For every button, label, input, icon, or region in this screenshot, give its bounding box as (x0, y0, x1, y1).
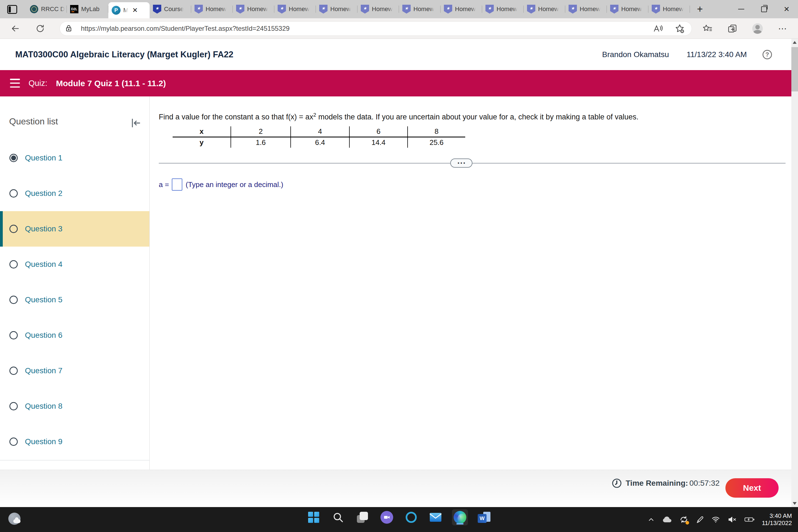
question-list-item[interactable]: Question 4 (0, 247, 149, 282)
browser-menu-button[interactable]: ⋯ (777, 22, 789, 35)
scroll-up-arrow[interactable] (793, 41, 797, 44)
menu-button[interactable] (10, 79, 20, 88)
tab-mylab[interactable]: D2L MyLab (67, 0, 108, 18)
radio-icon[interactable] (10, 296, 18, 304)
tab-close-icon[interactable]: ✕ (132, 7, 138, 14)
collections-button[interactable] (726, 22, 738, 35)
teams-chat-button[interactable] (379, 509, 395, 525)
taskbar-clock[interactable]: 3:40 AM 11/13/2022 (762, 512, 792, 527)
tab-homework[interactable]: ★Homew (358, 0, 399, 18)
question-list-item[interactable]: Question 8 (0, 388, 149, 424)
radio-icon[interactable] (10, 366, 18, 375)
edge-browser-button[interactable] (452, 509, 468, 525)
tab-homework[interactable]: ★Homew (399, 0, 440, 18)
pen-icon[interactable] (696, 515, 704, 524)
star-plus-icon (675, 23, 685, 34)
tab-rrcc[interactable]: RRCC D (26, 0, 67, 18)
question-list-item[interactable]: Question 5 (0, 282, 149, 318)
table-cell: 1.6 (230, 137, 290, 148)
question-list-item[interactable]: Question 9 (0, 424, 149, 459)
tab-active-pearson[interactable]: P M ✕ (108, 2, 150, 18)
tab-label: Homew (580, 5, 601, 13)
star-icon: ★ (155, 6, 159, 11)
radio-icon[interactable] (10, 189, 18, 197)
question-list-item[interactable]: Question 7 (0, 353, 149, 388)
tab-homework[interactable]: ★Homew (648, 0, 690, 18)
star-icon: ★ (529, 6, 533, 11)
tab-homework[interactable]: ★Homew (274, 0, 316, 18)
sync-status[interactable] (679, 515, 688, 524)
cortana-button[interactable] (403, 509, 419, 525)
search-button[interactable] (330, 509, 346, 525)
profile-button[interactable] (752, 22, 764, 35)
lock-icon (64, 24, 73, 33)
tab-workspaces-button[interactable] (4, 4, 20, 15)
radio-icon[interactable] (10, 225, 18, 233)
weather-widget[interactable] (8, 512, 22, 527)
tab-homework[interactable]: ★Homew (233, 0, 274, 18)
back-button[interactable] (9, 22, 21, 35)
mylab-shield-icon: ★ (610, 5, 619, 14)
tab-label: Course (164, 5, 184, 13)
tab-homework[interactable]: ★Homew (524, 0, 565, 18)
question-list: Question 1 Question 2 Question 3 Questio… (0, 140, 149, 459)
add-favorite-button[interactable] (673, 22, 686, 35)
collapse-panel-button[interactable] (130, 117, 142, 129)
radio-icon[interactable] (10, 331, 18, 339)
window-minimize-button[interactable] (730, 0, 753, 18)
next-button[interactable]: Next (725, 478, 779, 498)
tab-label: Homew (206, 5, 226, 13)
mylab-shield-icon: ★ (361, 5, 369, 14)
wifi-icon[interactable] (711, 515, 720, 524)
quiz-footer: Time Remaining: 00:57:32 Next (0, 470, 791, 507)
question-list-item[interactable]: Question 6 (0, 318, 149, 353)
radio-icon[interactable] (10, 402, 18, 410)
onedrive-icon[interactable] (662, 516, 672, 524)
avatar (752, 23, 763, 34)
help-button[interactable]: ? (762, 50, 772, 59)
radio-icon[interactable] (10, 260, 18, 268)
table-cell: 25.6 (407, 137, 465, 148)
rrcc-seal-icon (30, 5, 38, 13)
word-icon: W (478, 511, 491, 524)
mail-button[interactable] (428, 509, 443, 525)
page-scrollbar[interactable] (791, 39, 798, 507)
read-aloud-button[interactable] (652, 22, 664, 35)
tab-homework[interactable]: ★Homew (607, 0, 648, 18)
question-list-item[interactable]: Question 1 (0, 140, 149, 176)
task-view-button[interactable] (355, 509, 370, 525)
radio-selected-icon[interactable] (10, 154, 18, 162)
time-remaining-label: Time Remaining: (626, 470, 688, 496)
question-list-item-current[interactable]: Question 3 (0, 211, 149, 247)
answer-prefix: a = (159, 180, 169, 189)
favorites-button[interactable] (701, 22, 714, 35)
tab-course[interactable]: ★ Course (150, 0, 191, 18)
star-icon: ★ (571, 6, 574, 11)
tab-homework[interactable]: ★Homew (440, 0, 482, 18)
question-list-item[interactable]: Question 2 (0, 176, 149, 211)
radio-icon[interactable] (10, 438, 18, 446)
tab-homework[interactable]: ★Homew (565, 0, 607, 18)
word-button[interactable]: W (476, 509, 492, 525)
start-button[interactable] (306, 509, 322, 525)
search-icon (332, 512, 344, 523)
volume-muted-icon[interactable] (728, 515, 737, 524)
window-close-button[interactable]: ✕ (775, 0, 798, 18)
url-text[interactable]: https://mylab.pearson.com/Student/Player… (81, 21, 289, 36)
refresh-button[interactable] (34, 22, 46, 35)
answer-input[interactable] (172, 178, 182, 191)
tab-homework[interactable]: ★Homew (482, 0, 524, 18)
scroll-down-arrow[interactable] (793, 502, 797, 505)
expand-divider-button[interactable]: ••• (450, 158, 472, 168)
tab-label: Homew (330, 5, 351, 13)
tab-homework[interactable]: ★Homew (316, 0, 358, 18)
battery-charging-icon[interactable] (744, 516, 755, 524)
exponent: 2 (314, 112, 317, 118)
question-mark-icon: ? (765, 51, 769, 58)
scrollbar-thumb[interactable] (791, 47, 798, 92)
window-restore-button[interactable] (753, 0, 775, 18)
tab-homework[interactable]: ★Homew (191, 0, 233, 18)
tray-chevron-up-icon[interactable] (647, 516, 655, 524)
new-tab-button[interactable]: + (692, 3, 708, 15)
mylab-shield-icon: ★ (569, 5, 577, 14)
